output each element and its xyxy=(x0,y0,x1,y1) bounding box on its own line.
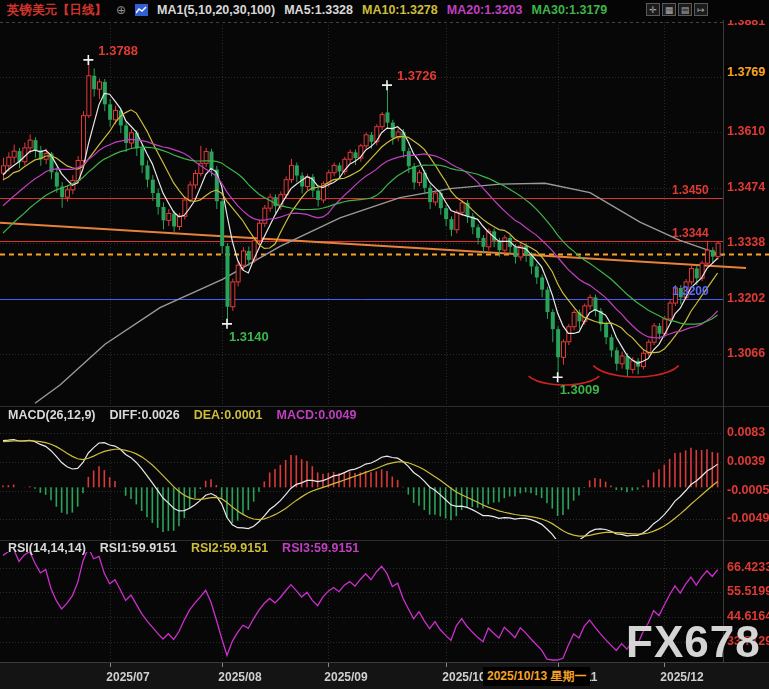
rsi3-value: RSI3:59.9151 xyxy=(282,541,359,555)
pan-tool-icon[interactable]: ✛ xyxy=(646,3,660,16)
price-axis-label: 1.3474 xyxy=(727,180,765,194)
macd-axis-label: -0.0005 xyxy=(727,483,769,497)
ma5-value: MA5:1.3328 xyxy=(284,3,353,17)
ma10-value: MA10:1.3278 xyxy=(362,3,438,17)
month-label: 2025/12 xyxy=(660,670,703,684)
price-axis-label: 1.3338 xyxy=(727,235,765,249)
month-tick xyxy=(446,663,447,667)
month-label: 2025/09 xyxy=(324,670,367,684)
window-controls: ✛ ▦ ▤ ↦ xyxy=(646,3,708,16)
crosshair-price-label: 1.3769 xyxy=(725,65,767,79)
macd-axis-label: 0.0039 xyxy=(727,454,765,468)
watermark: FX678 xyxy=(626,617,761,667)
month-label: 2025/10 xyxy=(442,670,485,684)
macd-dea-value: DEA:0.0001 xyxy=(194,408,263,422)
labels-overlay: 1.38811.36101.34741.33381.32021.30660.00… xyxy=(0,0,769,689)
rsi-axis-label: 66.4233 xyxy=(727,560,769,574)
level-line-label: 1.3450 xyxy=(672,183,709,197)
month-label: 2025/08 xyxy=(218,670,261,684)
pane-layout-alt-icon[interactable]: ▤ xyxy=(678,3,692,16)
ma-indicator-icon[interactable] xyxy=(135,4,148,16)
pane-layout-icon[interactable]: ▦ xyxy=(662,3,676,16)
month-tick xyxy=(222,663,223,667)
settings-icon[interactable]: ⊕ xyxy=(116,3,126,17)
ma-group-label[interactable]: MA1(5,10,20,30,100) xyxy=(157,3,275,17)
month-tick xyxy=(328,663,329,667)
price-annotation: 1.3009 xyxy=(560,382,600,397)
macd-axis-label: 0.0083 xyxy=(727,425,765,439)
price-axis-label: 1.3610 xyxy=(727,124,765,138)
crosshair-date-label: 2025/10/13 星期一 xyxy=(483,667,590,686)
price-axis-label: 1.3202 xyxy=(727,291,765,305)
macd-params-label[interactable]: MACD(26,12,9) xyxy=(8,408,96,422)
level-line-label: 1.3344 xyxy=(672,226,709,240)
jump-latest-icon[interactable]: ↦ xyxy=(694,3,708,16)
trading-chart-window: 英镑美元【日线】 ⊕ MA1(5,10,20,30,100) MA5:1.332… xyxy=(0,0,769,689)
price-annotation: 1.3726 xyxy=(397,68,437,83)
rsi-axis-label: 55.5199 xyxy=(727,584,769,598)
macd-header: MACD(26,12,9) DIFF:0.0026 DEA:0.0001 MAC… xyxy=(8,408,356,422)
month-label: 2025/07 xyxy=(106,670,149,684)
price-axis-label: 1.3066 xyxy=(727,346,765,360)
rsi-header: RSI(14,14,14) RSI1:59.9151 RSI2:59.9151 … xyxy=(8,541,359,555)
rsi-params-label[interactable]: RSI(14,14,14) xyxy=(8,541,86,555)
ma20-value: MA20:1.3203 xyxy=(447,3,523,17)
price-annotation: 1.3788 xyxy=(98,43,138,58)
macd-macd-value: MACD:0.0049 xyxy=(277,408,357,422)
macd-diff-value: DIFF:0.0026 xyxy=(110,408,180,422)
symbol-title[interactable]: 英镑美元【日线】 xyxy=(7,2,107,19)
price-annotation: 1.3140 xyxy=(229,329,269,344)
rsi1-value: RSI1:59.9151 xyxy=(100,541,177,555)
month-tick xyxy=(110,663,111,667)
ma30-value: MA30:1.3179 xyxy=(532,3,608,17)
rsi2-value: RSI2:59.9151 xyxy=(191,541,268,555)
level-line-label: 1.3200 xyxy=(672,284,709,298)
macd-axis-label: -0.0049 xyxy=(727,511,769,525)
